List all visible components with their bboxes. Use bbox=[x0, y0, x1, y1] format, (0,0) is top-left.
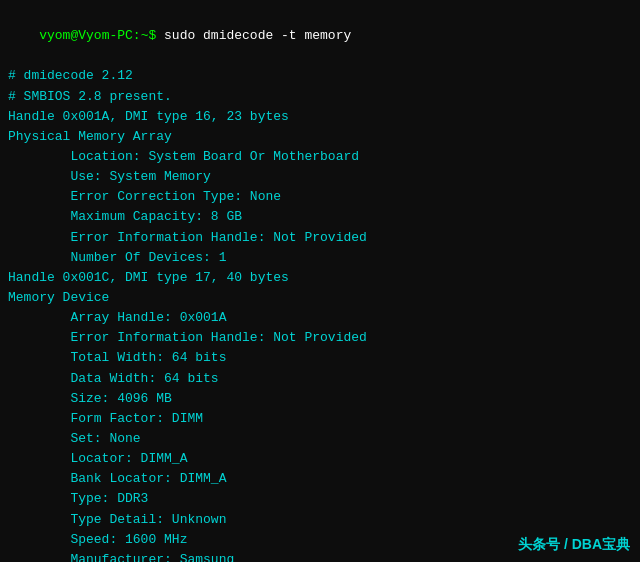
terminal-line: Error Information Handle: Not Provided bbox=[8, 328, 632, 348]
terminal-line: Physical Memory Array bbox=[8, 127, 632, 147]
terminal-line: Maximum Capacity: 8 GB bbox=[8, 207, 632, 227]
terminal-line: Data Width: 64 bits bbox=[8, 369, 632, 389]
terminal-line: Total Width: 64 bits bbox=[8, 348, 632, 368]
command: sudo dmidecode -t memory bbox=[164, 28, 351, 43]
terminal-line: Type Detail: Unknown bbox=[8, 510, 632, 530]
terminal-line: Location: System Board Or Motherboard bbox=[8, 147, 632, 167]
prompt-line: vyom@Vyom-PC:~$ sudo dmidecode -t memory bbox=[8, 6, 632, 66]
prompt: vyom@Vyom-PC:~$ bbox=[39, 28, 164, 43]
terminal-line: Number Of Devices: 1 bbox=[8, 248, 632, 268]
terminal-line: Locator: DIMM_A bbox=[8, 449, 632, 469]
terminal-line: # dmidecode 2.12 bbox=[8, 66, 632, 86]
terminal-line: Size: 4096 MB bbox=[8, 389, 632, 409]
terminal-line: Handle 0x001C, DMI type 17, 40 bytes bbox=[8, 268, 632, 288]
terminal-line: # SMBIOS 2.8 present. bbox=[8, 87, 632, 107]
terminal-line: Use: System Memory bbox=[8, 167, 632, 187]
watermark: 头条号 / DBA宝典 bbox=[518, 536, 630, 554]
terminal-window: vyom@Vyom-PC:~$ sudo dmidecode -t memory… bbox=[0, 0, 640, 562]
terminal-line: Handle 0x001A, DMI type 16, 23 bytes bbox=[8, 107, 632, 127]
terminal-line: Set: None bbox=[8, 429, 632, 449]
terminal-output: # dmidecode 2.12# SMBIOS 2.8 present.Han… bbox=[8, 66, 632, 562]
terminal-line: Array Handle: 0x001A bbox=[8, 308, 632, 328]
terminal-line: Type: DDR3 bbox=[8, 489, 632, 509]
terminal-line: Memory Device bbox=[8, 288, 632, 308]
terminal-line: Error Information Handle: Not Provided bbox=[8, 228, 632, 248]
terminal-line: Error Correction Type: None bbox=[8, 187, 632, 207]
terminal-line: Form Factor: DIMM bbox=[8, 409, 632, 429]
terminal-line: Bank Locator: DIMM_A bbox=[8, 469, 632, 489]
